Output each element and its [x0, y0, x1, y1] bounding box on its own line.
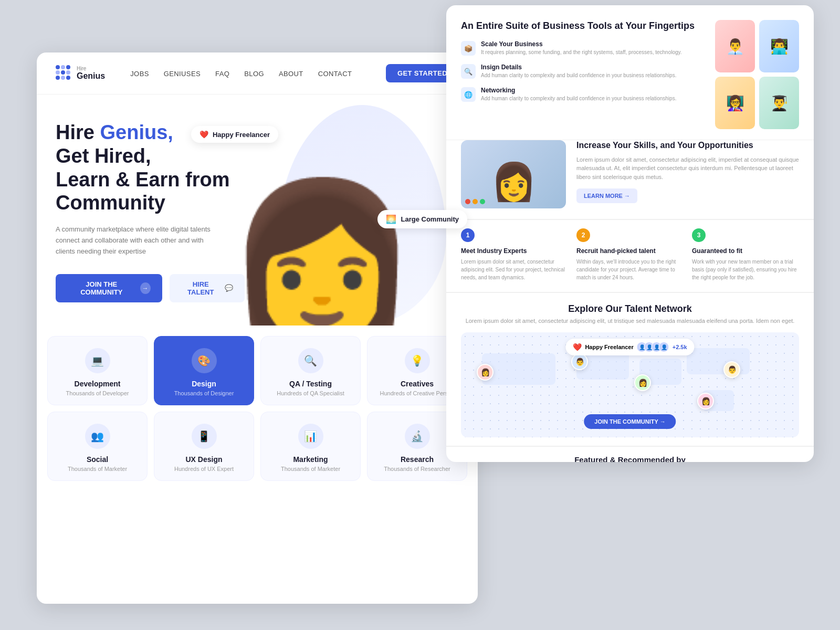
marketing-icon: 📊 — [298, 424, 323, 449]
categories-row2: 👥 Social Thousands of Marketer 📱 UX Desi… — [47, 412, 467, 481]
categories-row1: 💻 Development Thousands of Developer 🎨 D… — [47, 336, 467, 405]
networking-desc: Add human clarity to complexity and buil… — [481, 95, 705, 102]
person-face-4: 👨‍🎓 — [759, 77, 799, 129]
nav-about[interactable]: ABOUT — [279, 70, 303, 78]
map-join-button[interactable]: JOIN THE COMMUNITY → — [584, 414, 676, 429]
logo-dot — [56, 76, 60, 80]
nav-blog[interactable]: BLOG — [244, 70, 264, 78]
learn-more-button[interactable]: LEARN MORE → — [576, 188, 637, 203]
nav-jobs[interactable]: JOBS — [130, 70, 149, 78]
cat-name-design: Design — [192, 380, 216, 388]
continent-asia — [687, 348, 750, 374]
category-qa[interactable]: 🔍 QA / Testing Hundreds of QA Specialist — [260, 336, 361, 405]
step-title-2: Recruit hand-picked talent — [576, 247, 684, 255]
cat-desc-marketing: Thousands of Marketer — [281, 466, 340, 472]
badge-community: 🌅 Large Community — [377, 210, 467, 228]
video-section: 👩 Increase Your Skills, and Your Opportu… — [446, 140, 814, 219]
feature-scale: 📦 Scale Your Business It requires planni… — [461, 40, 705, 56]
cat-name-research: Research — [401, 455, 434, 464]
hire-label: HIRE TALENT — [181, 280, 220, 296]
freelancer-label: Happy Freelancer — [213, 131, 270, 139]
video-controls — [465, 199, 485, 204]
join-community-button[interactable]: JOIN THE COMMUNITY → — [56, 274, 162, 302]
avatar-pin-1: 👩 — [477, 364, 494, 381]
avatar-pin-2: 👨 — [571, 353, 588, 370]
logo-dot — [66, 70, 70, 75]
featured-section: Featured & Recommended by 🔷 Boltshift ◻ … — [446, 446, 814, 462]
step-3: 3 Guaranteed to fit Work with your new t… — [692, 228, 799, 281]
community-icon: 🌅 — [386, 214, 396, 224]
navigation: Hire Genius JOBS GENIUSES FAQ BLOG ABOUT… — [37, 52, 478, 94]
cat-desc-ux: Hundreds of UX Expert — [174, 466, 234, 472]
categories-section: 💻 Development Thousands of Developer 🎨 D… — [37, 326, 478, 503]
logo-dot — [61, 76, 65, 80]
featured-title: Featured & Recommended by — [461, 455, 799, 462]
business-tools-section: An Entire Suite of Business Tools at You… — [446, 5, 814, 140]
badge-avatar-4: 👤 — [659, 342, 669, 352]
step-title-3: Guaranteed to fit — [692, 247, 799, 255]
logo-dot — [56, 65, 60, 69]
logo-dot — [66, 76, 70, 80]
creatives-icon: 💡 — [405, 348, 430, 373]
video-text: Increase Your Skills, and Your Opportuni… — [576, 140, 799, 203]
category-design[interactable]: 🎨 Design Thousands of Designer — [154, 336, 254, 405]
hero-subtitle: A community marketplace where elite digi… — [56, 224, 213, 257]
badge-freelancer: ❤️ Happy Freelancer — [191, 126, 278, 143]
cat-desc-qa: Hundreds of QA Specialist — [277, 390, 344, 396]
video-thumbnail[interactable]: 👩 — [461, 140, 566, 208]
cat-name-marketing: Marketing — [293, 455, 328, 464]
category-ux[interactable]: 📱 UX Design Hundreds of UX Expert — [154, 412, 254, 481]
hero-title-blue: Genius, — [100, 121, 173, 143]
logo-hire-label: Hire — [77, 66, 105, 71]
logo[interactable]: Hire Genius — [56, 65, 105, 82]
main-card: Hire Genius JOBS GENIUSES FAQ BLOG ABOUT… — [37, 52, 478, 604]
business-tools-title: An Entire Suite of Business Tools at You… — [461, 20, 705, 32]
nav-contact[interactable]: CONTACT — [318, 70, 352, 78]
step-desc-2: Within days, we'll introduce you to the … — [576, 258, 684, 281]
category-development[interactable]: 💻 Development Thousands of Developer — [47, 336, 148, 405]
talent-section: Explore Our Talent Network Lorem ipsum d… — [446, 292, 814, 446]
person-image-4: 👨‍🎓 — [759, 77, 799, 129]
back-card: An Entire Suite of Business Tools at You… — [446, 5, 814, 462]
feature-networking-text: Networking Add human clarity to complexi… — [481, 87, 705, 102]
cat-name-development: Development — [75, 380, 121, 388]
person-image: 👩 — [224, 184, 420, 326]
talent-map: 👩 👨 👩 👨 👩 ❤️ Happy Freelancer 👤 👤 👤 👤 +2 — [461, 332, 799, 437]
cat-desc-design: Thousands of Designer — [174, 390, 234, 396]
hero-buttons: JOIN THE COMMUNITY → HIRE TALENT 💬 — [56, 274, 245, 302]
step-2: 2 Recruit hand-picked talent Within days… — [576, 228, 684, 281]
scale-title: Scale Your Business — [481, 40, 705, 48]
cat-name-social: Social — [87, 455, 108, 464]
avatar-pin-4: 👨 — [723, 361, 740, 378]
nav-geniuses[interactable]: GENIUSES — [164, 70, 201, 78]
research-icon: 🔬 — [405, 424, 430, 449]
nav-links: JOBS GENIUSES FAQ BLOG ABOUT CONTACT — [130, 69, 386, 78]
people-images-grid: 👨‍💼 👨‍💻 👩‍🏫 👨‍🎓 — [715, 20, 799, 129]
nav-faq[interactable]: FAQ — [215, 70, 229, 78]
scale-desc: It requires planning, some funding, and … — [481, 49, 705, 56]
social-icon: 👥 — [85, 424, 110, 449]
hero-section: Hire Genius, Get Hired, Learn & Earn fro… — [37, 94, 478, 326]
insign-icon: 🔍 — [461, 64, 476, 79]
video-dot-red — [465, 199, 470, 204]
avatar-pin-3: 👩 — [634, 374, 651, 391]
category-marketing[interactable]: 📊 Marketing Thousands of Marketer — [260, 412, 361, 481]
avatar-pin-5: 👩 — [697, 393, 714, 410]
step-num-3: 3 — [692, 228, 706, 242]
video-title: Increase Your Skills, and Your Opportuni… — [576, 140, 799, 151]
networking-icon: 🌐 — [461, 87, 476, 102]
join-label: JOIN THE COMMUNITY — [67, 280, 136, 296]
map-happy-label: Happy Freelancer — [585, 344, 633, 350]
map-heart-icon: ❤️ — [573, 343, 582, 351]
video-desc: Lorem ipsum dolor sit amet, consectetur … — [576, 155, 799, 182]
logo-dot — [61, 65, 65, 69]
person-face-2: 👨‍💻 — [759, 20, 799, 72]
step-desc-3: Work with your new team member on a tria… — [692, 258, 799, 281]
business-tools-text: An Entire Suite of Business Tools at You… — [461, 20, 705, 129]
hero-text: Hire Genius, Get Hired, Learn & Earn fro… — [56, 121, 245, 302]
ux-icon: 📱 — [192, 424, 217, 449]
map-dots: 👩 👨 👩 👨 👩 ❤️ Happy Freelancer 👤 👤 👤 👤 +2 — [461, 332, 799, 437]
category-social[interactable]: 👥 Social Thousands of Marketer — [47, 412, 148, 481]
cat-desc-research: Thousands of Researcher — [384, 466, 450, 472]
cat-name-qa: QA / Testing — [289, 380, 332, 388]
